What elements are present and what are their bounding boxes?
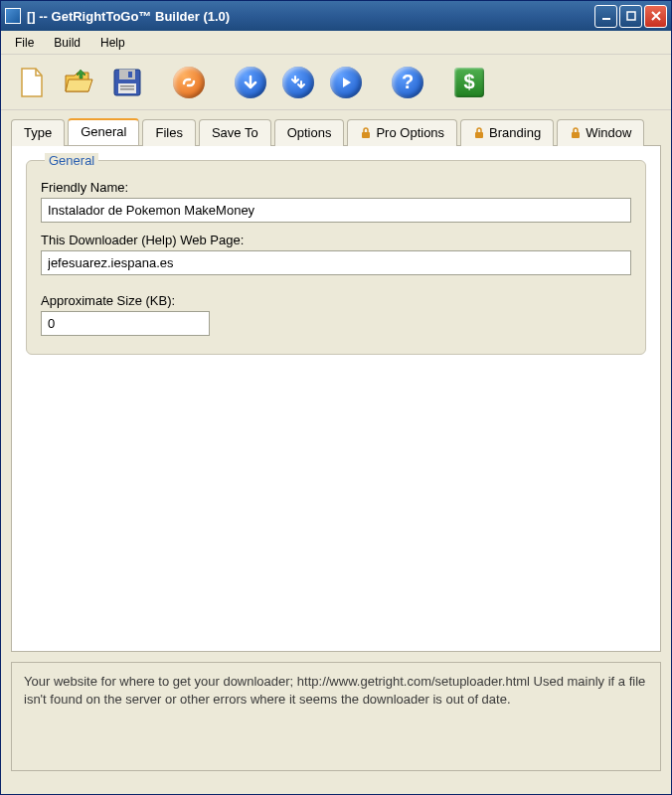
- fieldset-legend: General: [45, 153, 98, 168]
- friendly-name-input[interactable]: [41, 198, 631, 223]
- tab-branding[interactable]: Branding: [460, 119, 554, 146]
- tab-window-label: Window: [586, 125, 631, 140]
- tab-type-label: Type: [24, 125, 52, 140]
- webpage-input[interactable]: [41, 250, 631, 275]
- menu-help[interactable]: Help: [90, 33, 135, 53]
- svg-rect-10: [572, 132, 580, 138]
- lock-icon: [570, 127, 582, 139]
- toolbar: ? $: [1, 55, 671, 110]
- download-all-button[interactable]: [277, 62, 319, 103]
- close-button[interactable]: [644, 5, 667, 28]
- tab-prooptions[interactable]: Pro Options: [347, 119, 457, 146]
- tab-files-label: Files: [155, 125, 182, 140]
- money-button[interactable]: $: [448, 62, 490, 103]
- friendly-name-label: Friendly Name:: [41, 180, 631, 195]
- play-icon: [330, 67, 362, 98]
- question-mark-icon: ?: [392, 67, 423, 98]
- tab-general-label: General: [81, 124, 126, 139]
- svg-rect-6: [120, 85, 134, 87]
- double-arrow-down-icon: [282, 67, 314, 98]
- window-title: [] -- GetRightToGo™ Builder (1.0): [27, 9, 594, 24]
- floppy-save-icon: [111, 67, 143, 98]
- size-input[interactable]: [41, 311, 210, 336]
- tab-strip: Type General Files Save To Options Pro O…: [11, 118, 661, 145]
- dollar-sign-icon: $: [454, 68, 484, 97]
- open-button[interactable]: [59, 62, 100, 103]
- tab-area: Type General Files Save To Options Pro O…: [1, 110, 671, 652]
- lock-icon: [360, 127, 372, 139]
- tab-prooptions-label: Pro Options: [376, 125, 444, 140]
- minimize-button[interactable]: [594, 5, 617, 28]
- status-panel: Your website for where to get your downl…: [11, 662, 661, 771]
- folder-open-icon: [63, 68, 96, 97]
- tab-general[interactable]: General: [68, 118, 139, 145]
- svg-rect-7: [120, 88, 134, 90]
- menu-file[interactable]: File: [5, 33, 44, 53]
- link-button[interactable]: [168, 62, 210, 103]
- app-icon: [5, 8, 21, 24]
- download-button[interactable]: [230, 62, 271, 103]
- tab-saveto[interactable]: Save To: [199, 119, 271, 146]
- tab-files[interactable]: Files: [142, 119, 195, 146]
- play-button[interactable]: [325, 62, 367, 103]
- tab-panel-general: General Friendly Name: This Downloader (…: [11, 145, 661, 652]
- svg-rect-8: [362, 132, 370, 138]
- svg-rect-4: [128, 72, 132, 78]
- general-fieldset: General Friendly Name: This Downloader (…: [26, 160, 646, 355]
- window-controls: [594, 5, 667, 28]
- tab-type[interactable]: Type: [11, 119, 65, 146]
- app-window: [] -- GetRightToGo™ Builder (1.0) File B…: [0, 0, 672, 795]
- svg-rect-3: [119, 70, 135, 80]
- menubar: File Build Help: [1, 31, 671, 55]
- help-button[interactable]: ?: [387, 62, 428, 103]
- save-button[interactable]: [106, 62, 148, 103]
- titlebar[interactable]: [] -- GetRightToGo™ Builder (1.0): [1, 1, 671, 31]
- lock-icon: [473, 127, 485, 139]
- webpage-label: This Downloader (Help) Web Page:: [41, 233, 631, 247]
- tab-saveto-label: Save To: [212, 125, 258, 140]
- new-button[interactable]: [11, 62, 53, 103]
- status-text: Your website for where to get your downl…: [24, 674, 645, 707]
- maximize-button[interactable]: [619, 5, 642, 28]
- tab-options[interactable]: Options: [274, 119, 345, 146]
- menu-build[interactable]: Build: [44, 33, 90, 53]
- tab-window[interactable]: Window: [557, 119, 644, 146]
- size-label: Approximate Size (KB):: [41, 293, 631, 308]
- tab-branding-label: Branding: [489, 125, 541, 140]
- svg-rect-1: [627, 12, 635, 20]
- tab-options-label: Options: [287, 125, 332, 140]
- file-new-icon: [17, 66, 47, 99]
- svg-rect-9: [475, 132, 483, 138]
- arrow-down-icon: [235, 67, 266, 98]
- svg-rect-0: [602, 18, 610, 20]
- chain-link-icon: [173, 67, 205, 98]
